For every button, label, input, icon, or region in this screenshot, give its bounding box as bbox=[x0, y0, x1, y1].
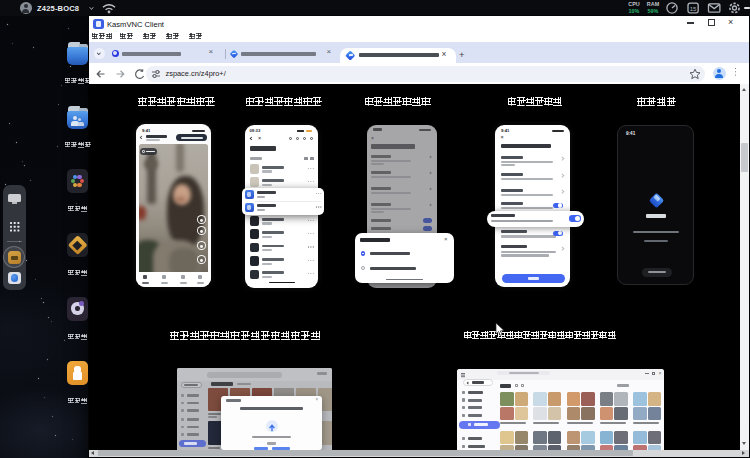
svg-text:15: 15 bbox=[690, 6, 697, 12]
